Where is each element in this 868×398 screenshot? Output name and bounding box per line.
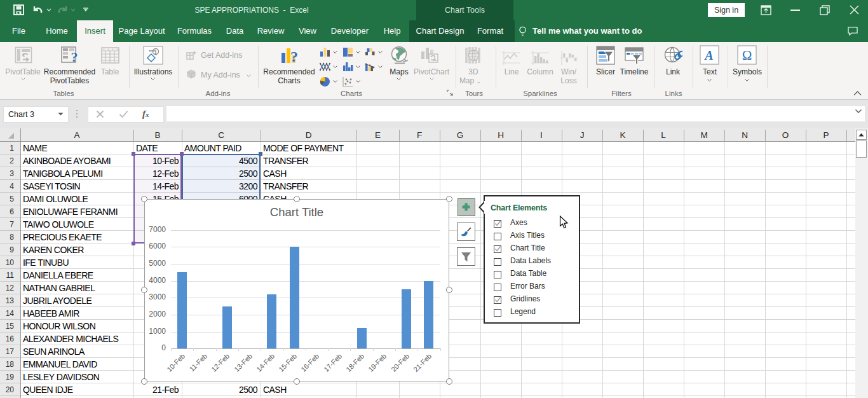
svg-text:?: ? bbox=[71, 49, 78, 64]
svg-text:Ω: Ω bbox=[742, 48, 752, 63]
svg-text:A: A bbox=[703, 48, 713, 62]
svg-text:?: ? bbox=[290, 48, 298, 64]
